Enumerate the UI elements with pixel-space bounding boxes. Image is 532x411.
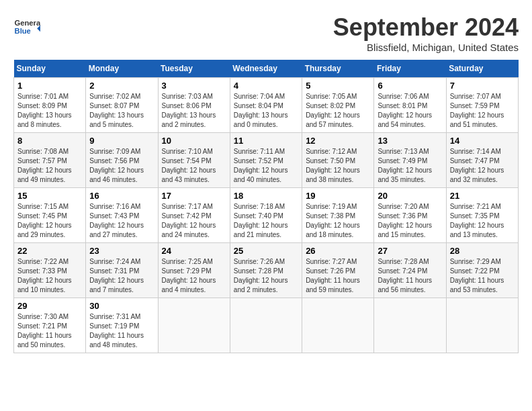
calendar-cell (374, 298, 446, 353)
day-info: Sunrise: 7:29 AM Sunset: 7:22 PM Dayligh… (450, 257, 515, 295)
calendar-cell: 27 Sunrise: 7:28 AM Sunset: 7:24 PM Dayl… (374, 243, 446, 298)
day-number: 20 (378, 191, 442, 201)
day-info: Sunrise: 7:01 AM Sunset: 8:09 PM Dayligh… (17, 92, 82, 130)
calendar-cell (158, 298, 230, 353)
calendar-cell: 18 Sunrise: 7:18 AM Sunset: 7:40 PM Dayl… (230, 188, 302, 243)
calendar-cell: 3 Sunrise: 7:03 AM Sunset: 8:06 PM Dayli… (158, 78, 230, 133)
logo: General Blue (13, 13, 40, 40)
logo-icon: General Blue (13, 13, 40, 40)
calendar-cell (446, 298, 518, 353)
day-info: Sunrise: 7:11 AM Sunset: 7:52 PM Dayligh… (234, 147, 298, 185)
calendar-cell: 19 Sunrise: 7:19 AM Sunset: 7:38 PM Dayl… (302, 188, 374, 243)
calendar-cell: 4 Sunrise: 7:04 AM Sunset: 8:04 PM Dayli… (230, 78, 302, 133)
day-info: Sunrise: 7:02 AM Sunset: 8:07 PM Dayligh… (89, 92, 154, 130)
day-info: Sunrise: 7:13 AM Sunset: 7:49 PM Dayligh… (378, 147, 442, 185)
day-number: 29 (17, 301, 82, 311)
day-info: Sunrise: 7:24 AM Sunset: 7:31 PM Dayligh… (89, 257, 154, 295)
page-header: General Blue September 2024 Blissfield, … (13, 13, 519, 53)
day-info: Sunrise: 7:31 AM Sunset: 7:19 PM Dayligh… (89, 312, 154, 350)
calendar-cell: 15 Sunrise: 7:15 AM Sunset: 7:45 PM Dayl… (14, 188, 86, 243)
day-info: Sunrise: 7:26 AM Sunset: 7:28 PM Dayligh… (234, 257, 298, 295)
weekday-header-sunday: Sunday (14, 60, 86, 78)
day-info: Sunrise: 7:27 AM Sunset: 7:26 PM Dayligh… (306, 257, 370, 295)
calendar-cell: 24 Sunrise: 7:25 AM Sunset: 7:29 PM Dayl… (158, 243, 230, 298)
day-number: 8 (17, 136, 82, 146)
day-info: Sunrise: 7:08 AM Sunset: 7:57 PM Dayligh… (17, 147, 82, 185)
day-number: 23 (89, 246, 154, 256)
day-info: Sunrise: 7:15 AM Sunset: 7:45 PM Dayligh… (17, 202, 82, 240)
weekday-header-saturday: Saturday (446, 60, 518, 78)
day-info: Sunrise: 7:04 AM Sunset: 8:04 PM Dayligh… (234, 92, 298, 130)
calendar-cell: 10 Sunrise: 7:10 AM Sunset: 7:54 PM Dayl… (158, 133, 230, 188)
calendar-cell: 2 Sunrise: 7:02 AM Sunset: 8:07 PM Dayli… (86, 78, 158, 133)
calendar-cell: 6 Sunrise: 7:06 AM Sunset: 8:01 PM Dayli… (374, 78, 446, 133)
day-info: Sunrise: 7:12 AM Sunset: 7:50 PM Dayligh… (306, 147, 370, 185)
day-number: 30 (89, 301, 154, 311)
weekday-header-row: SundayMondayTuesdayWednesdayThursdayFrid… (14, 60, 519, 78)
day-number: 2 (89, 81, 154, 91)
calendar-table: SundayMondayTuesdayWednesdayThursdayFrid… (13, 60, 519, 353)
calendar-week-1: 1 Sunrise: 7:01 AM Sunset: 8:09 PM Dayli… (14, 78, 519, 133)
day-number: 5 (306, 81, 370, 91)
calendar-week-4: 22 Sunrise: 7:22 AM Sunset: 7:33 PM Dayl… (14, 243, 519, 298)
calendar-week-5: 29 Sunrise: 7:30 AM Sunset: 7:21 PM Dayl… (14, 298, 519, 353)
day-info: Sunrise: 7:22 AM Sunset: 7:33 PM Dayligh… (17, 257, 82, 295)
calendar-cell: 28 Sunrise: 7:29 AM Sunset: 7:22 PM Dayl… (446, 243, 518, 298)
calendar-cell: 23 Sunrise: 7:24 AM Sunset: 7:31 PM Dayl… (86, 243, 158, 298)
calendar-week-2: 8 Sunrise: 7:08 AM Sunset: 7:57 PM Dayli… (14, 133, 519, 188)
weekday-header-thursday: Thursday (302, 60, 374, 78)
location-subtitle: Blissfield, Michigan, United States (333, 42, 519, 53)
calendar-cell: 20 Sunrise: 7:20 AM Sunset: 7:36 PM Dayl… (374, 188, 446, 243)
day-info: Sunrise: 7:21 AM Sunset: 7:35 PM Dayligh… (450, 202, 515, 240)
day-number: 26 (306, 246, 370, 256)
day-number: 22 (17, 246, 82, 256)
calendar-cell: 22 Sunrise: 7:22 AM Sunset: 7:33 PM Dayl… (14, 243, 86, 298)
weekday-header-wednesday: Wednesday (230, 60, 302, 78)
calendar-cell: 14 Sunrise: 7:14 AM Sunset: 7:47 PM Dayl… (446, 133, 518, 188)
day-number: 25 (234, 246, 298, 256)
calendar-cell: 1 Sunrise: 7:01 AM Sunset: 8:09 PM Dayli… (14, 78, 86, 133)
day-info: Sunrise: 7:20 AM Sunset: 7:36 PM Dayligh… (378, 202, 442, 240)
day-number: 10 (162, 136, 226, 146)
day-number: 27 (378, 246, 442, 256)
calendar-cell: 30 Sunrise: 7:31 AM Sunset: 7:19 PM Dayl… (86, 298, 158, 353)
day-number: 13 (378, 136, 442, 146)
day-info: Sunrise: 7:06 AM Sunset: 8:01 PM Dayligh… (378, 92, 442, 130)
day-info: Sunrise: 7:30 AM Sunset: 7:21 PM Dayligh… (17, 312, 82, 350)
calendar-cell: 17 Sunrise: 7:17 AM Sunset: 7:42 PM Dayl… (158, 188, 230, 243)
calendar-cell: 8 Sunrise: 7:08 AM Sunset: 7:57 PM Dayli… (14, 133, 86, 188)
day-number: 6 (378, 81, 442, 91)
day-number: 19 (306, 191, 370, 201)
calendar-cell: 25 Sunrise: 7:26 AM Sunset: 7:28 PM Dayl… (230, 243, 302, 298)
day-info: Sunrise: 7:03 AM Sunset: 8:06 PM Dayligh… (162, 92, 226, 130)
weekday-header-tuesday: Tuesday (158, 60, 230, 78)
day-info: Sunrise: 7:05 AM Sunset: 8:02 PM Dayligh… (306, 92, 370, 130)
calendar-week-3: 15 Sunrise: 7:15 AM Sunset: 7:45 PM Dayl… (14, 188, 519, 243)
day-info: Sunrise: 7:25 AM Sunset: 7:29 PM Dayligh… (162, 257, 226, 295)
title-block: September 2024 Blissfield, Michigan, Uni… (333, 13, 519, 53)
day-number: 28 (450, 246, 515, 256)
calendar-cell: 5 Sunrise: 7:05 AM Sunset: 8:02 PM Dayli… (302, 78, 374, 133)
day-info: Sunrise: 7:28 AM Sunset: 7:24 PM Dayligh… (378, 257, 442, 295)
day-number: 3 (162, 81, 226, 91)
calendar-cell (230, 298, 302, 353)
calendar-cell: 29 Sunrise: 7:30 AM Sunset: 7:21 PM Dayl… (14, 298, 86, 353)
day-info: Sunrise: 7:07 AM Sunset: 7:59 PM Dayligh… (450, 92, 515, 130)
day-info: Sunrise: 7:09 AM Sunset: 7:56 PM Dayligh… (89, 147, 154, 185)
day-info: Sunrise: 7:17 AM Sunset: 7:42 PM Dayligh… (162, 202, 226, 240)
calendar-cell: 13 Sunrise: 7:13 AM Sunset: 7:49 PM Dayl… (374, 133, 446, 188)
day-number: 21 (450, 191, 515, 201)
day-info: Sunrise: 7:14 AM Sunset: 7:47 PM Dayligh… (450, 147, 515, 185)
calendar-cell: 7 Sunrise: 7:07 AM Sunset: 7:59 PM Dayli… (446, 78, 518, 133)
day-number: 18 (234, 191, 298, 201)
day-number: 7 (450, 81, 515, 91)
day-number: 9 (89, 136, 154, 146)
day-number: 16 (89, 191, 154, 201)
calendar-cell (302, 298, 374, 353)
calendar-cell: 26 Sunrise: 7:27 AM Sunset: 7:26 PM Dayl… (302, 243, 374, 298)
day-number: 4 (234, 81, 298, 91)
day-number: 12 (306, 136, 370, 146)
weekday-header-friday: Friday (374, 60, 446, 78)
day-number: 17 (162, 191, 226, 201)
calendar-cell: 9 Sunrise: 7:09 AM Sunset: 7:56 PM Dayli… (86, 133, 158, 188)
